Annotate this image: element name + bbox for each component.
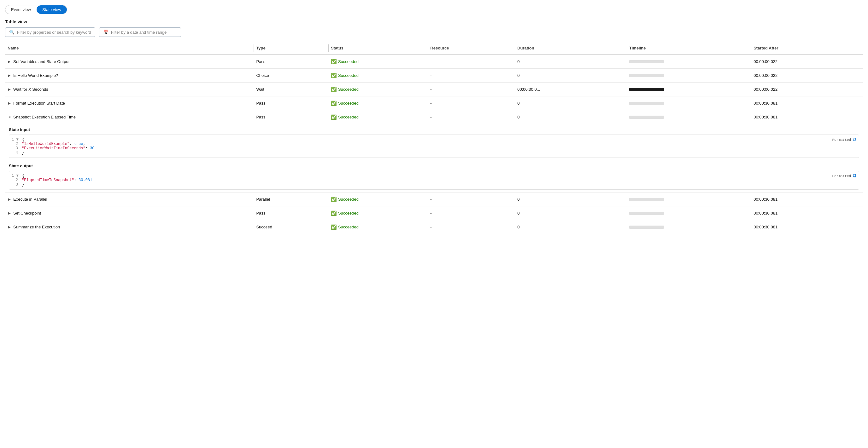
row-resource-col: - [428, 111, 515, 123]
check-circle-icon: ✅ [331, 59, 337, 65]
row-resource-col: - [428, 208, 515, 219]
row-status-col: ✅Succeeded [328, 221, 428, 233]
code-block: 1 ▼{2 "ElapsedTimeToSnapshot": 30.0813}F… [9, 171, 859, 189]
row-duration-col: 0 [515, 208, 627, 219]
copy-icon[interactable]: ⧉ [853, 137, 856, 143]
status-succeeded: ✅Succeeded [331, 224, 425, 230]
row-duration-col: 0 [515, 221, 627, 233]
keyword-filter[interactable]: 🔍 Filter by properties or search by keyw… [5, 27, 95, 37]
expand-arrow-icon[interactable]: ▶ [7, 74, 11, 77]
row-type-col: Pass [254, 98, 328, 109]
row-resource-col: - [428, 221, 515, 233]
col-duration: Duration [515, 44, 627, 52]
row-type-col: Pass [254, 56, 328, 67]
row-name-text: Set Checkpoint [13, 211, 41, 215]
line-content: "ExecutionWaitTimeInSeconds": 30 [22, 146, 94, 150]
line-number: 2 [12, 142, 18, 146]
table-row[interactable]: ▶Set Variables and State OutputPass✅Succ… [5, 55, 863, 69]
collapse-arrow-icon[interactable]: ▼ [8, 115, 11, 119]
table-row[interactable]: ▶Execute in ParallelParallel✅Succeeded-0… [5, 193, 863, 206]
row-resource-col: - [428, 70, 515, 81]
check-circle-icon: ✅ [331, 210, 337, 216]
row-started-after-col: 00:00:00.022 [751, 84, 863, 95]
table-row[interactable]: ▼Snapshot Execution Elapsed TimePass✅Suc… [5, 110, 863, 124]
state-view-button[interactable]: State view [37, 5, 67, 14]
status-succeeded: ✅Succeeded [331, 101, 425, 106]
row-started-after-col: 00:00:30.081 [751, 98, 863, 109]
check-circle-icon: ✅ [331, 101, 337, 106]
event-view-button[interactable]: Event view [5, 5, 37, 14]
row-timeline-col [627, 57, 751, 66]
view-toggle: Event view State view [5, 5, 67, 14]
line-number: 4 [12, 150, 18, 155]
row-type-col: Parallel [254, 194, 328, 205]
line-content: } [22, 182, 24, 187]
expand-arrow-icon[interactable]: ▶ [7, 225, 11, 229]
expand-arrow-icon[interactable]: ▶ [7, 88, 11, 91]
row-duration-col: 0 [515, 111, 627, 123]
check-circle-icon: ✅ [331, 224, 337, 230]
row-started-after-col: 00:00:30.081 [751, 111, 863, 123]
status-succeeded: ✅Succeeded [331, 210, 425, 216]
row-status-col: ✅Succeeded [328, 111, 428, 123]
table-view-label: Table view [5, 19, 863, 24]
status-succeeded: ✅Succeeded [331, 73, 425, 78]
row-timeline-col [627, 209, 751, 218]
row-name-text: Execute in Parallel [13, 197, 47, 202]
row-timeline-col [627, 112, 751, 122]
code-section: State input1 ▼{2 "IsHelloWorldExample": … [5, 124, 863, 158]
line-number: 1 ▼ [12, 174, 19, 178]
code-line: 1 ▼{ [12, 137, 844, 142]
row-type-col: Pass [254, 208, 328, 219]
col-name: Name [5, 44, 254, 52]
row-name-col: ▶Set Checkpoint [5, 208, 254, 219]
code-line: 2 "IsHelloWorldExample": true, [12, 142, 844, 146]
code-section-label: State input [5, 124, 863, 133]
row-status-col: ✅Succeeded [328, 70, 428, 81]
timeline-bar [629, 74, 664, 77]
expand-arrow-icon[interactable]: ▶ [7, 60, 11, 63]
line-content: { [22, 174, 25, 178]
row-started-after-col: 00:00:30.081 [751, 208, 863, 219]
row-name-col: ▶Summarize the Execution [5, 221, 254, 233]
row-name-text: Summarize the Execution [13, 225, 60, 229]
copy-icon[interactable]: ⧉ [853, 173, 856, 179]
code-section-label: State output [5, 160, 863, 170]
expand-arrow-icon[interactable]: ▶ [7, 101, 11, 105]
row-status-col: ✅Succeeded [328, 97, 428, 109]
row-name-col: ▶Wait for X Seconds [5, 84, 254, 95]
table-row[interactable]: ▶Format Execution Start DatePass✅Succeed… [5, 96, 863, 110]
table-header: Name Type Status Resource Duration Timel… [5, 42, 863, 55]
table-row[interactable]: ▶Is Hello World Example?Choice✅Succeeded… [5, 69, 863, 82]
line-number: 3 [12, 146, 18, 150]
expand-arrow-icon[interactable]: ▶ [7, 211, 11, 215]
row-timeline-col [627, 99, 751, 108]
timeline-bar [629, 60, 664, 63]
line-content: "ElapsedTimeToSnapshot": 30.081 [22, 178, 92, 182]
table-row[interactable]: ▶Wait for X SecondsWait✅Succeeded-00:00:… [5, 82, 863, 96]
col-type: Type [254, 44, 328, 52]
code-block-inner: 1 ▼{2 "IsHelloWorldExample": true,3 "Exe… [9, 135, 859, 158]
expand-arrow-icon[interactable]: ▶ [7, 198, 11, 201]
col-timeline: Timeline [627, 44, 751, 52]
code-line: 1 ▼{ [12, 174, 844, 178]
code-actions: Formatted⧉ [832, 137, 856, 143]
search-icon: 🔍 [9, 30, 14, 35]
row-resource-col: - [428, 98, 515, 109]
line-content: { [22, 137, 25, 142]
row-resource-col: - [428, 56, 515, 67]
line-content: } [22, 150, 24, 155]
date-filter[interactable]: 📅 Filter by a date and time range [99, 27, 181, 37]
row-name-col: ▶Execute in Parallel [5, 194, 254, 205]
calendar-icon: 📅 [103, 30, 108, 35]
row-status-col: ✅Succeeded [328, 83, 428, 96]
timeline-bar [629, 102, 664, 105]
row-name-col: ▶Format Execution Start Date [5, 98, 254, 109]
table-row[interactable]: ▶Set CheckpointPass✅Succeeded-000:00:30.… [5, 206, 863, 220]
row-timeline-col [627, 85, 751, 94]
table-body: ▶Set Variables and State OutputPass✅Succ… [5, 55, 863, 234]
check-circle-icon: ✅ [331, 197, 337, 202]
status-succeeded: ✅Succeeded [331, 197, 425, 202]
row-duration-col: 0 [515, 194, 627, 205]
table-row[interactable]: ▶Summarize the ExecutionSucceed✅Succeede… [5, 220, 863, 234]
